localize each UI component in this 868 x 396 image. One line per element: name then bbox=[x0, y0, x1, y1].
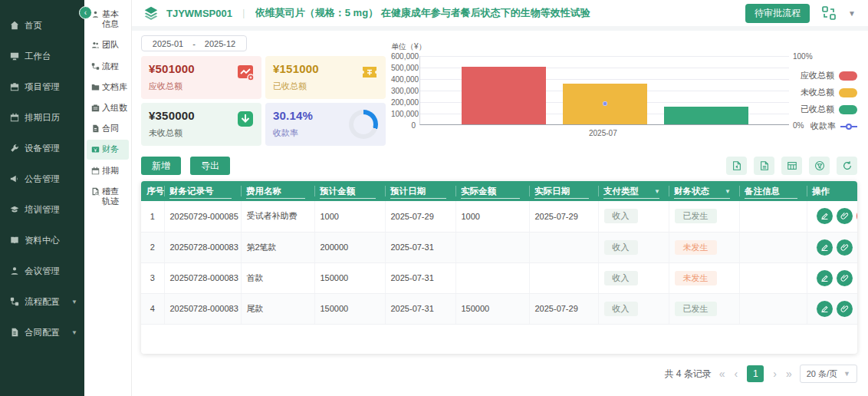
column-财务状态[interactable]: 财务状态▼ bbox=[669, 181, 739, 201]
team-icon bbox=[91, 41, 100, 49]
page-size-select[interactable]: 20 条/页 ▼ bbox=[800, 365, 857, 383]
stat-card-0: ¥501000应收总额 bbox=[141, 56, 261, 99]
project-code: TJYWMSP001 bbox=[166, 8, 232, 19]
next-page-button[interactable]: › bbox=[773, 368, 777, 380]
workflow-switch-icon[interactable] bbox=[821, 5, 837, 21]
status-tag: 已发生 bbox=[675, 302, 717, 316]
date-range-picker[interactable]: 2025-01 - 2025-12 bbox=[141, 35, 247, 51]
process-icon bbox=[91, 62, 100, 71]
edit-button[interactable] bbox=[817, 239, 833, 256]
collection-rate-donut bbox=[349, 110, 378, 139]
schedule-icon bbox=[91, 167, 100, 175]
secondary-sidebar: 基本 信息团队流程文档库入组数合同财务排期稽查 轨迹 bbox=[84, 0, 132, 396]
pending-approval-button[interactable]: 待审批流程 bbox=[745, 4, 810, 23]
rate-point[interactable] bbox=[603, 101, 607, 106]
column-实际金额: 实际金额 bbox=[455, 181, 529, 201]
delete-button[interactable] bbox=[856, 208, 858, 224]
subsidebar-item-schedule[interactable]: 排期 bbox=[87, 161, 129, 180]
table-row: 3 20250728-000083 首款 150000 2025-07-31 收… bbox=[141, 262, 857, 293]
legend-item[interactable]: 已收总额 bbox=[801, 104, 857, 115]
sidebar-item-training[interactable]: 培训管理 bbox=[0, 194, 84, 225]
sidebar-item-meeting[interactable]: 会议管理 bbox=[0, 256, 84, 286]
first-page-button[interactable]: « bbox=[719, 368, 725, 380]
stat-cards: ¥501000应收总额¥151000已收总额¥350000未收总额30.14%收… bbox=[141, 56, 385, 146]
stat-label: 已收总额 bbox=[273, 81, 378, 92]
sidebar-item-device[interactable]: 设备管理 bbox=[0, 133, 84, 163]
audit-icon bbox=[91, 187, 100, 196]
status-tag: 未发生 bbox=[675, 271, 717, 285]
sidebar-item-home[interactable]: 首页 bbox=[0, 10, 84, 41]
chevron-down-icon: ▼ bbox=[71, 299, 77, 305]
finance-icon bbox=[91, 145, 100, 153]
subsidebar-item-docs[interactable]: 文档库 bbox=[87, 78, 129, 97]
sidebar-item-contract[interactable]: 合同配置▼ bbox=[0, 317, 84, 348]
project-title: 依维莫司片（规格：5 mg） 在健康成年参与者餐后状态下的生物等效性试验 bbox=[255, 6, 738, 20]
date-end[interactable]: 2025-12 bbox=[205, 39, 235, 48]
column-预计金额: 预计金额 bbox=[314, 181, 385, 201]
status-tag: 未发生 bbox=[675, 240, 717, 255]
column-预计日期: 预计日期 bbox=[385, 181, 455, 201]
training-icon bbox=[10, 205, 19, 214]
current-page[interactable]: 1 bbox=[747, 365, 764, 382]
attachment-button[interactable] bbox=[837, 239, 853, 256]
legend-item[interactable]: 应收总额 bbox=[801, 70, 857, 81]
sidebar-collapse-button[interactable]: ‹ bbox=[79, 6, 92, 19]
primary-nav: 首页工作台项目管理排期日历设备管理公告管理培训管理资料中心会议管理流程配置▼合同… bbox=[0, 10, 84, 348]
bar-已收总额[interactable] bbox=[664, 107, 748, 124]
attachment-button[interactable] bbox=[837, 208, 853, 224]
record-count: 共 4 条记录 bbox=[664, 368, 711, 381]
chart-x-label: 2025-07 bbox=[589, 129, 617, 137]
legend-item[interactable]: 收款率 bbox=[801, 120, 857, 132]
chart-y-axis: 600,000500,000400,000300,000200,000100,0… bbox=[391, 35, 416, 148]
app-root: 首页工作台项目管理排期日历设备管理公告管理培训管理资料中心会议管理流程配置▼合同… bbox=[0, 0, 868, 396]
subsidebar-item-finance[interactable]: 财务 bbox=[87, 140, 129, 159]
stat-card-1: ¥151000已收总额 bbox=[265, 56, 386, 99]
sidebar-item-project[interactable]: 项目管理 bbox=[0, 71, 84, 102]
toolbar-icons bbox=[726, 157, 857, 175]
home-icon bbox=[10, 21, 19, 30]
workbench-icon bbox=[10, 51, 19, 61]
date-start[interactable]: 2025-01 bbox=[153, 39, 183, 48]
chart-plot bbox=[419, 56, 789, 125]
export-file-icon[interactable] bbox=[726, 157, 747, 175]
subsidebar-item-process[interactable]: 流程 bbox=[87, 57, 129, 76]
sidebar-item-calendar[interactable]: 排期日历 bbox=[0, 102, 84, 133]
document-icon[interactable] bbox=[754, 157, 774, 175]
attachment-button[interactable] bbox=[837, 270, 853, 286]
chart-legend: 应收总额未收总额已收总额收款率 bbox=[801, 70, 857, 137]
sidebar-item-workbench[interactable]: 工作台 bbox=[0, 41, 84, 71]
edit-button[interactable] bbox=[817, 270, 833, 286]
subsidebar-item-basic[interactable]: 基本 信息 bbox=[87, 5, 129, 34]
status-tag: 已发生 bbox=[675, 209, 717, 223]
refresh-icon[interactable] bbox=[837, 157, 857, 175]
subsidebar-item-contract2[interactable]: 合同 bbox=[87, 119, 129, 138]
table-grid-icon[interactable] bbox=[781, 157, 802, 175]
column-支付类型[interactable]: 支付类型▼ bbox=[598, 181, 669, 201]
pay-type-tag: 收入 bbox=[604, 240, 638, 255]
bar-应收总额[interactable] bbox=[462, 67, 546, 124]
sidebar-item-announcement[interactable]: 公告管理 bbox=[0, 163, 84, 194]
export-button[interactable]: 导出 bbox=[190, 157, 230, 175]
prev-page-button[interactable]: ‹ bbox=[735, 368, 738, 380]
add-button[interactable]: 新增 bbox=[141, 157, 181, 175]
subsidebar-item-enroll[interactable]: 入组数 bbox=[87, 98, 129, 117]
chevron-down-icon: ▼ bbox=[71, 329, 77, 336]
table-row: 4 20250728-000083 尾款 150000 2025-07-31 1… bbox=[141, 293, 857, 324]
row-actions bbox=[807, 201, 857, 232]
edit-button[interactable] bbox=[817, 208, 833, 224]
chevron-down-icon: ▼ bbox=[725, 188, 734, 195]
last-page-button[interactable]: » bbox=[786, 368, 792, 380]
edit-button[interactable] bbox=[817, 301, 833, 317]
legend-item[interactable]: 未收总额 bbox=[801, 87, 857, 98]
sidebar-item-workflow[interactable]: 流程配置▼ bbox=[0, 286, 84, 317]
legend-rate-marker bbox=[840, 124, 857, 130]
subsidebar-item-audit[interactable]: 稽查 轨迹 bbox=[87, 182, 129, 211]
attachment-button[interactable] bbox=[837, 301, 853, 317]
subsidebar-item-team[interactable]: 团队 bbox=[87, 35, 129, 54]
column-备注信息: 备注信息 bbox=[739, 181, 807, 201]
filter-off-icon[interactable] bbox=[809, 157, 830, 175]
header-chevron-down-icon[interactable]: ▼ bbox=[848, 9, 856, 18]
contract2-icon bbox=[91, 124, 100, 133]
sidebar-item-library[interactable]: 资料中心 bbox=[0, 225, 84, 256]
stat-label: 应收总额 bbox=[149, 81, 254, 92]
